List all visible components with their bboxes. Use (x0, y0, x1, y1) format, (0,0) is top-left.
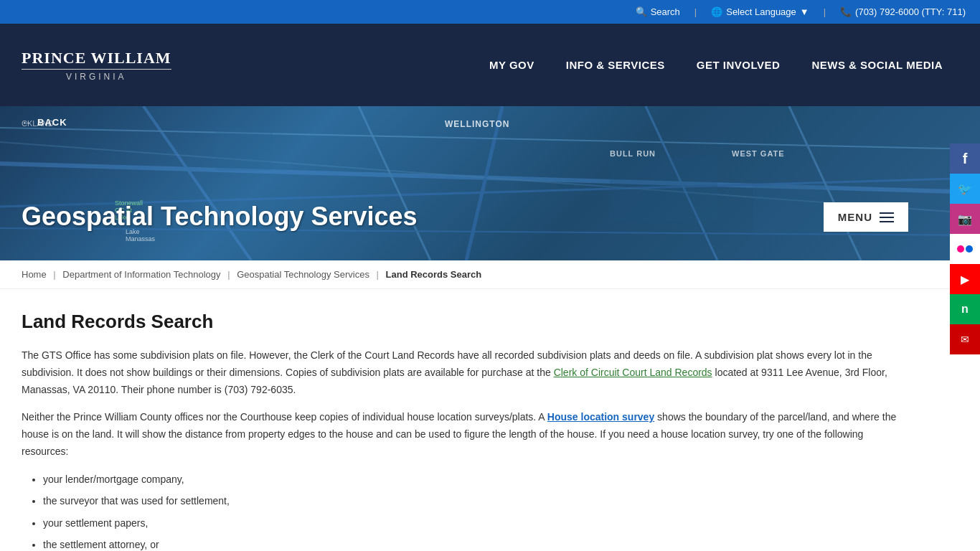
content-body: The GTS Office has some subdivision plat… (22, 347, 897, 551)
flickr-dot-blue (966, 245, 973, 253)
breadcrumb-sep-3: | (377, 269, 379, 280)
search-icon: 🔍 (636, 6, 647, 17)
main-navigation: Prince William Virginia MY GOV INFO & SE… (0, 24, 980, 106)
breadcrumb-dept[interactable]: Department of Information Technology (62, 269, 220, 280)
youtube-icon: ▶ (961, 273, 969, 286)
breadcrumb-geo[interactable]: Geospatial Technology Services (237, 269, 369, 280)
menu-line-2 (880, 217, 894, 218)
facebook-button[interactable]: f (950, 143, 980, 174)
divider2: | (824, 6, 826, 17)
nextdoor-icon: n (961, 303, 969, 316)
language-selector[interactable]: 🌐 Select Language ▼ (711, 6, 809, 17)
breadcrumb-home[interactable]: Home (22, 269, 47, 280)
para2-before: Neither the Prince William County office… (22, 411, 547, 423)
resources-list: your lender/mortgage company, the survey… (43, 471, 897, 551)
svg-rect-12 (610, 156, 717, 221)
facebook-icon: f (963, 151, 968, 167)
instagram-button[interactable]: 📷 (950, 204, 980, 234)
instagram-icon: 📷 (958, 212, 972, 226)
back-label: BACK (37, 117, 67, 128)
list-item-3: your settlement papers, (43, 515, 897, 531)
nav-info-services[interactable]: INFO & SERVICES (550, 24, 681, 106)
globe-icon: 🌐 (711, 6, 722, 17)
paragraph-2: Neither the Prince William County office… (22, 409, 897, 460)
svg-line-4 (466, 106, 502, 260)
phone-icon: 📞 (840, 6, 852, 17)
logo-subtitle: Virginia (22, 69, 171, 82)
menu-label: MENU (838, 211, 872, 223)
site-logo[interactable]: Prince William Virginia (22, 49, 171, 82)
main-content: Land Records Search The GTS Office has s… (0, 289, 918, 551)
svg-rect-13 (753, 185, 825, 235)
twitter-button[interactable]: 🐦 (950, 174, 980, 204)
phone-number: 📞 (703) 792-6000 (TTY: 711) (840, 6, 966, 17)
nav-my-gov[interactable]: MY GOV (473, 24, 550, 106)
search-label: Search (651, 6, 680, 17)
menu-button[interactable]: MENU (824, 202, 908, 232)
nextdoor-button[interactable]: n (950, 294, 980, 324)
list-item-4: the settlement attorney, or (43, 537, 897, 551)
nav-links: MY GOV INFO & SERVICES GET INVOLVED NEWS… (473, 24, 958, 106)
breadcrumb-sep-2: | (227, 269, 230, 280)
language-label: Select Language (726, 6, 796, 17)
top-utility-bar: 🔍 Search | 🌐 Select Language ▼ | 📞 (703)… (0, 0, 980, 24)
hero-section: WELLINGTON BULL RUN WEST GATE CKLAND Sto… (0, 106, 980, 260)
list-item-2: the surveyor that was used for settlemen… (43, 493, 897, 509)
menu-line-1 (880, 212, 894, 214)
svg-line-5 (0, 128, 980, 149)
divider1: | (694, 6, 697, 17)
phone-label: (703) 792-6000 (TTY: 711) (855, 6, 966, 17)
page-title: Land Records Search (22, 311, 897, 333)
nav-get-involved[interactable]: GET INVOLVED (681, 24, 796, 106)
email-icon: ✉ (961, 334, 969, 345)
back-button[interactable]: ← BACK (22, 117, 67, 128)
hamburger-icon (880, 212, 894, 222)
list-item-1: your lender/mortgage company, (43, 471, 897, 487)
map-background: WELLINGTON BULL RUN WEST GATE CKLAND Sto… (0, 106, 980, 260)
back-arrow-icon: ← (22, 117, 32, 128)
menu-line-3 (880, 221, 894, 222)
map-label-wellington: WELLINGTON (445, 119, 509, 129)
hero-title: Geospatial Technology Services (22, 202, 418, 232)
breadcrumb-current: Land Records Search (386, 269, 482, 280)
logo-title: Prince William (22, 49, 171, 67)
search-link[interactable]: 🔍 Search (636, 6, 680, 17)
flickr-button[interactable] (950, 234, 980, 264)
svg-line-3 (359, 106, 430, 260)
breadcrumb-sep-1: | (53, 269, 55, 280)
svg-rect-11 (215, 128, 273, 171)
nav-news-social[interactable]: NEWS & SOCIAL MEDIA (796, 24, 958, 106)
clerk-link[interactable]: Clerk of Circuit Court Land Records (554, 367, 712, 378)
paragraph-1: The GTS Office has some subdivision plat… (22, 347, 897, 398)
twitter-icon: 🐦 (958, 182, 972, 196)
flickr-dot-pink (957, 245, 964, 253)
map-label-west-gate: WEST GATE (732, 149, 785, 158)
map-label-bull-run: BULL RUN (610, 149, 656, 158)
dropdown-icon: ▼ (800, 6, 809, 17)
youtube-button[interactable]: ▶ (950, 264, 980, 294)
breadcrumb: Home | Department of Information Technol… (0, 260, 980, 289)
email-button[interactable]: ✉ (950, 324, 980, 354)
flickr-icon (957, 245, 973, 253)
house-survey-link[interactable]: House location survey (547, 411, 654, 423)
social-sidebar: f 🐦 📷 ▶ n ✉ (950, 143, 980, 354)
